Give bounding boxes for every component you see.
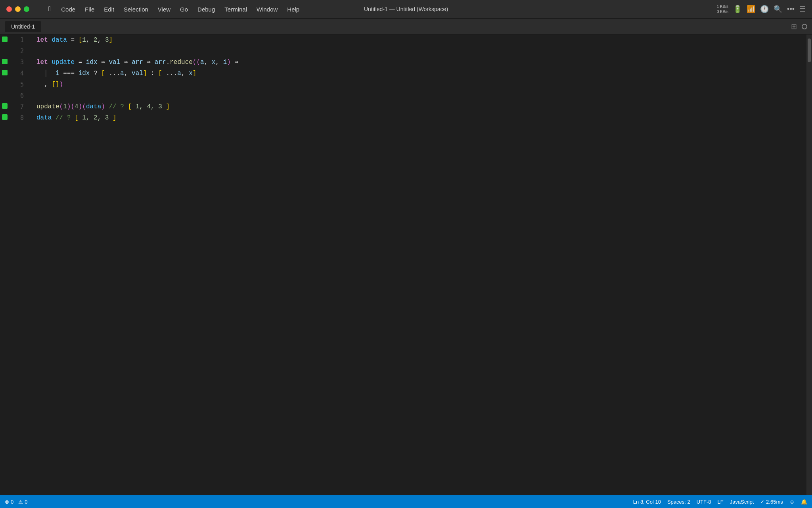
run-indicator-5[interactable] bbox=[0, 79, 10, 89]
clock-icon: 🕐 bbox=[760, 5, 769, 13]
line-number-2: 2 bbox=[10, 46, 33, 57]
tab-untitled[interactable]: Untitled-1 bbox=[5, 21, 41, 32]
line-number-4: 4 bbox=[10, 68, 33, 79]
menu-help[interactable]: Help bbox=[283, 4, 303, 14]
tab-label: Untitled-1 bbox=[11, 23, 35, 30]
code-line-2: 2 bbox=[0, 46, 806, 57]
line-number-6: 6 bbox=[10, 90, 33, 101]
list-icon[interactable]: ☰ bbox=[799, 5, 806, 13]
line-number-1: 1 bbox=[10, 35, 33, 46]
code-line-1: 1let data = [1, 2, 3] bbox=[0, 35, 806, 46]
window-title: Untitled-1 — Untitled (Workspace) bbox=[364, 6, 448, 12]
status-errors[interactable]: ⊗ 0 ⚠ 0 bbox=[5, 499, 27, 505]
titlebar:  Code File Edit Selection View Go Debug… bbox=[0, 0, 812, 19]
run-indicator-2[interactable] bbox=[0, 46, 10, 55]
status-spaces[interactable]: Spaces: 2 bbox=[667, 499, 690, 505]
close-button[interactable] bbox=[6, 6, 12, 12]
tab-actions: ⊞ bbox=[789, 21, 807, 33]
error-count: 0 bbox=[11, 499, 13, 505]
status-cursor[interactable]: Ln 8, Col 10 bbox=[633, 499, 661, 505]
menu-edit[interactable]: Edit bbox=[100, 4, 118, 14]
code-tokens-7: update(1)(4)(data) // ? [ 1, 4, 3 ] bbox=[33, 101, 170, 112]
smiley-icon[interactable]: ☺ bbox=[789, 499, 795, 505]
minimize-button[interactable] bbox=[15, 6, 21, 12]
status-dot bbox=[802, 24, 807, 29]
network-stats: 1 KB/s 0 KB/s bbox=[717, 4, 728, 14]
code-line-7: 7update(1)(4)(data) // ? [ 1, 4, 3 ] bbox=[0, 101, 806, 112]
status-bar: ⊗ 0 ⚠ 0 Ln 8, Col 10 Spaces: 2 UTF-8 LF … bbox=[0, 495, 812, 508]
apple-menu[interactable]:  bbox=[44, 4, 56, 15]
line-number-8: 8 bbox=[10, 112, 33, 123]
more-icon[interactable]: ••• bbox=[787, 5, 795, 13]
titlebar-left:  Code File Edit Selection View Go Debug… bbox=[0, 4, 303, 15]
editor: 1let data = [1, 2, 3]23let update = idx … bbox=[0, 35, 812, 495]
line-number-7: 7 bbox=[10, 101, 33, 112]
menu-go[interactable]: Go bbox=[176, 4, 192, 14]
menu-file[interactable]: File bbox=[81, 4, 98, 14]
run-indicator-6[interactable] bbox=[0, 90, 10, 100]
battery-icon: 🔋 bbox=[733, 5, 742, 13]
code-tokens-5: , []) bbox=[33, 79, 63, 90]
line-number-3: 3 bbox=[10, 57, 33, 68]
menu-window[interactable]: Window bbox=[253, 4, 282, 14]
status-line-ending[interactable]: LF bbox=[718, 499, 724, 505]
line-number-5: 5 bbox=[10, 79, 33, 90]
code-line-4: 4 │ i === idx ? [ ...a, val] : [ ...a, x… bbox=[0, 68, 806, 79]
status-right: Ln 8, Col 10 Spaces: 2 UTF-8 LF JavaScri… bbox=[633, 499, 807, 505]
scrollbar[interactable] bbox=[806, 35, 812, 495]
run-indicator-7[interactable] bbox=[0, 101, 10, 111]
status-runtime[interactable]: ✓ 2.65ms bbox=[760, 499, 783, 505]
menu-view[interactable]: View bbox=[154, 4, 174, 14]
maximize-button[interactable] bbox=[24, 6, 29, 12]
bell-icon[interactable]: 🔔 bbox=[801, 499, 807, 505]
split-editor-button[interactable]: ⊞ bbox=[789, 21, 799, 33]
code-area[interactable]: 1let data = [1, 2, 3]23let update = idx … bbox=[0, 35, 806, 495]
status-encoding[interactable]: UTF-8 bbox=[697, 499, 711, 505]
traffic-lights bbox=[6, 6, 29, 12]
code-tokens-4: │ i === idx ? [ ...a, val] : [ ...a, x] bbox=[33, 68, 196, 79]
code-line-8: 8data // ? [ 1, 2, 3 ] bbox=[0, 112, 806, 123]
warning-icon: ⚠ bbox=[18, 499, 23, 505]
code-tokens-8: data // ? [ 1, 2, 3 ] bbox=[33, 112, 117, 123]
code-line-6: 6 bbox=[0, 90, 806, 101]
run-indicator-4[interactable] bbox=[0, 68, 10, 77]
menu-debug[interactable]: Debug bbox=[193, 4, 219, 14]
run-indicator-8[interactable] bbox=[0, 112, 10, 122]
warning-count: 0 bbox=[25, 499, 27, 505]
tab-bar: Untitled-1 ⊞ bbox=[0, 19, 812, 35]
menu-terminal[interactable]: Terminal bbox=[220, 4, 251, 14]
status-language[interactable]: JavaScript bbox=[730, 499, 754, 505]
search-icon[interactable]: 🔍 bbox=[774, 5, 782, 13]
scrollbar-thumb[interactable] bbox=[808, 38, 811, 62]
error-icon: ⊗ bbox=[5, 499, 9, 505]
code-tokens-1: let data = [1, 2, 3] bbox=[33, 35, 113, 46]
code-line-3: 3let update = idx ⇒ val ⇒ arr ⇒ arr.redu… bbox=[0, 57, 806, 68]
code-tokens-3: let update = idx ⇒ val ⇒ arr ⇒ arr.reduc… bbox=[33, 57, 238, 68]
menu-code[interactable]: Code bbox=[57, 4, 79, 14]
titlebar-right: 1 KB/s 0 KB/s 🔋 📶 🕐 🔍 ••• ☰ bbox=[717, 4, 812, 14]
code-line-5: 5 , []) bbox=[0, 79, 806, 90]
run-indicator-1[interactable] bbox=[0, 35, 10, 44]
run-indicator-3[interactable] bbox=[0, 57, 10, 66]
menu-selection[interactable]: Selection bbox=[120, 4, 152, 14]
wifi-icon: 📶 bbox=[747, 5, 755, 13]
menu-bar:  Code File Edit Selection View Go Debug… bbox=[36, 4, 303, 15]
